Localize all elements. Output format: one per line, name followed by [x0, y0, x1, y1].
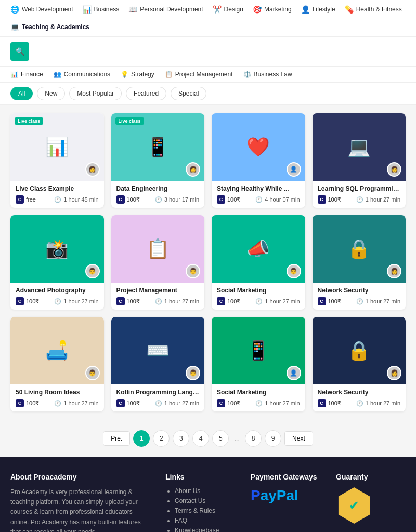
- course-title: 50 Living Room Ideas: [16, 389, 99, 396]
- nav-lifestyle[interactable]: 👤 Lifestyle: [301, 5, 335, 14]
- subnav-strategy[interactable]: 💡 Strategy: [121, 71, 154, 78]
- course-meta: C 100₹ 🕐 1 hour 27 min: [318, 399, 401, 407]
- course-thumbnail: 🔒 👩: [313, 215, 406, 283]
- course-thumbnail: 🔒 👩: [313, 317, 406, 384]
- page-1-button[interactable]: 1: [133, 430, 150, 447]
- filter-special[interactable]: Special: [171, 87, 206, 100]
- course-meta: C 100₹ 🕐 3 hour 17 min: [116, 195, 200, 204]
- next-page-button[interactable]: Next: [284, 431, 313, 446]
- course-card[interactable]: 📱 👤 Social Marketing C 100₹ 🕐 1 hour 27 …: [212, 317, 305, 411]
- duration-value: 1 hour 27 min: [164, 400, 199, 406]
- footer-grid: About Proacademy Pro Academy is very pro…: [10, 473, 406, 532]
- prev-page-button[interactable]: Pre.: [103, 431, 130, 446]
- course-info: Network Security C 100₹ 🕐 1 hour 27 min: [313, 384, 406, 411]
- course-title: Project Management: [116, 287, 200, 294]
- course-info: Data Engineering C 100₹ 🕐 3 hour 17 min: [111, 181, 205, 208]
- course-info: Learning SQL Programming C 100₹ 🕐 1 hour…: [313, 181, 406, 208]
- subnav-finance[interactable]: 📊 Finance: [10, 71, 43, 78]
- nav-design[interactable]: ✂️ Design: [213, 5, 243, 14]
- page-9-button[interactable]: 9: [265, 430, 281, 447]
- course-card[interactable]: 💻 👩 Learning SQL Programming C 100₹ 🕐 1 …: [313, 113, 406, 208]
- price-value: 100₹: [328, 298, 341, 305]
- avatar: 👩: [387, 366, 401, 380]
- course-grid-container: 📊 Live class 👩 Live Class Example C free…: [0, 105, 416, 420]
- price-value: 100₹: [227, 400, 240, 407]
- course-card[interactable]: 📸 👨 Advanced Photography C 100₹ 🕐 1 hour…: [10, 215, 104, 310]
- duration-value: 1 hour 27 min: [366, 196, 400, 203]
- subnav-business-law[interactable]: ⚖️ Business Law: [243, 71, 292, 78]
- duration-value: 1 hour 27 min: [63, 400, 98, 406]
- course-title: Live Class Example: [16, 185, 99, 192]
- footer-link-about-us[interactable]: About Us: [175, 487, 235, 495]
- course-meta: C 100₹ 🕐 1 hour 27 min: [217, 399, 300, 407]
- course-thumbnail: 🛋️ 👨: [10, 317, 104, 384]
- course-card[interactable]: ❤️ 👤 Staying Healthy While ... C 100₹ 🕐 …: [212, 113, 305, 208]
- course-duration: 🕐 1 hour 27 min: [155, 400, 199, 407]
- clock-icon: 🕐: [356, 196, 363, 203]
- course-card[interactable]: 📣 👨 Social Marketing C 100₹ 🕐 1 hour 27 …: [212, 215, 305, 310]
- avatar: 👨: [85, 366, 100, 380]
- course-price: C 100₹: [318, 297, 341, 305]
- nav-business[interactable]: 📊 Business: [83, 5, 120, 14]
- course-thumbnail: 📣 👨: [212, 215, 305, 283]
- clock-icon: 🕐: [155, 298, 162, 305]
- footer-payment: Payment Gateways PayPal: [251, 473, 320, 532]
- price-value: free: [26, 196, 36, 203]
- clock-icon: 🕐: [54, 196, 61, 203]
- checkmark-icon: ✔: [349, 498, 359, 513]
- subnav-project-management[interactable]: 📋 Project Management: [165, 71, 233, 78]
- price-value: 100₹: [127, 196, 140, 203]
- avatar: 👩: [85, 162, 100, 177]
- book-icon: 📖: [128, 5, 137, 14]
- page-2-button[interactable]: 2: [153, 430, 170, 447]
- course-title: Data Engineering: [116, 185, 200, 192]
- course-card[interactable]: 📋 👨 Project Management C 100₹ 🕐 1 hour 2…: [111, 215, 205, 310]
- course-price: C free: [16, 195, 36, 204]
- footer-link-terms[interactable]: Terms & Rules: [175, 507, 235, 514]
- footer-about-title: About Proacademy: [10, 473, 150, 481]
- filter-featured[interactable]: Featured: [126, 87, 166, 100]
- page-5-button[interactable]: 5: [212, 430, 229, 447]
- filter-new[interactable]: New: [37, 87, 65, 100]
- course-title: Network Security: [318, 389, 401, 396]
- course-card[interactable]: ⌨️ 👨 Kotlin Programming Language C 100₹ …: [111, 317, 205, 411]
- nav-web-development[interactable]: 🌐 Web Development: [10, 5, 73, 14]
- course-price: C 100₹: [217, 399, 240, 407]
- nav-health-fitness[interactable]: 💊 Health & Fitness: [345, 5, 402, 14]
- clock-icon: 🕐: [255, 196, 263, 203]
- nav-marketing[interactable]: 🎯 Marketing: [253, 5, 292, 14]
- nav-personal-development[interactable]: 📖 Personal Development: [128, 5, 203, 14]
- footer-link-contact[interactable]: Contact Us: [175, 497, 235, 504]
- clock-icon: 🕐: [255, 400, 263, 407]
- course-duration: 🕐 1 hour 27 min: [54, 298, 98, 305]
- filter-most-popular[interactable]: Most Popular: [69, 87, 122, 100]
- price-icon: C: [217, 297, 225, 305]
- course-duration: 🕐 1 hour 27 min: [356, 400, 400, 407]
- target-icon: 🎯: [253, 5, 262, 14]
- page-3-button[interactable]: 3: [173, 430, 189, 447]
- course-info: Network Security C 100₹ 🕐 1 hour 27 min: [313, 283, 406, 310]
- course-title: Kotlin Programming Language: [116, 389, 200, 396]
- course-title: Social Marketing: [217, 287, 300, 294]
- course-price: C 100₹: [217, 195, 240, 204]
- course-info: Project Management C 100₹ 🕐 1 hour 27 mi…: [111, 283, 205, 310]
- course-card[interactable]: 🔒 👩 Network Security C 100₹ 🕐 1 hour 27 …: [313, 215, 406, 310]
- footer-link-knowledge[interactable]: Knowledgebase: [175, 527, 235, 532]
- footer-link-faq[interactable]: FAQ: [175, 517, 235, 524]
- price-value: 100₹: [227, 298, 240, 305]
- page-4-button[interactable]: 4: [192, 430, 209, 447]
- course-card[interactable]: 📊 Live class 👩 Live Class Example C free…: [10, 113, 104, 208]
- subnav-communications[interactable]: 👥 Communications: [54, 71, 110, 78]
- course-price: C 100₹: [318, 399, 341, 407]
- search-button[interactable]: 🔍: [10, 42, 29, 61]
- course-info: Social Marketing C 100₹ 🕐 1 hour 27 min: [212, 384, 305, 411]
- course-card[interactable]: 🔒 👩 Network Security C 100₹ 🕐 1 hour 27 …: [313, 317, 406, 411]
- course-card[interactable]: 🛋️ 👨 50 Living Room Ideas C 100₹ 🕐 1 hou…: [10, 317, 104, 411]
- course-card[interactable]: 📱 Live class 👩 Data Engineering C 100₹ 🕐…: [111, 113, 205, 208]
- filter-all[interactable]: All: [10, 87, 33, 100]
- course-meta: C 100₹ 🕐 1 hour 27 min: [318, 297, 401, 305]
- page-8-button[interactable]: 8: [245, 430, 262, 447]
- nav-teaching-academics[interactable]: 💻 Teaching & Academics: [10, 23, 89, 31]
- clock-icon: 🕐: [54, 298, 61, 305]
- duration-value: 1 hour 27 min: [366, 400, 400, 406]
